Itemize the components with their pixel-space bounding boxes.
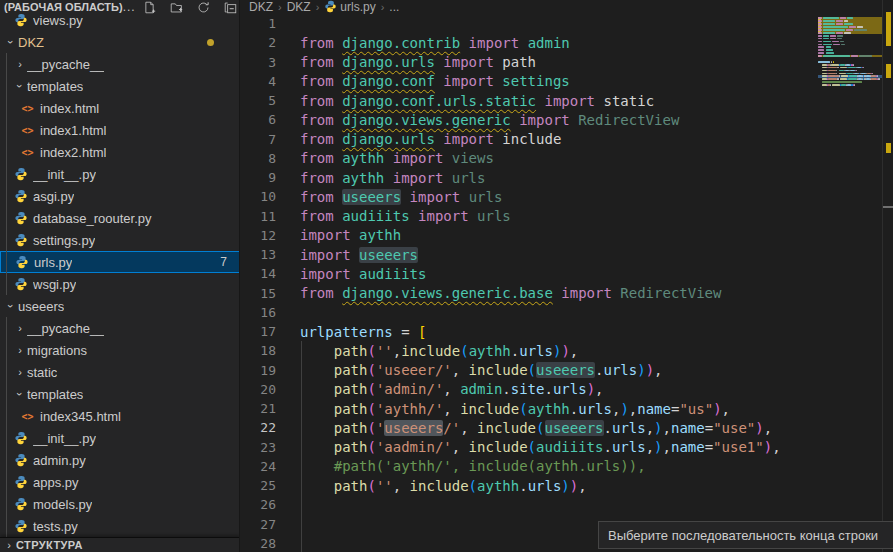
tree-item-__pycache__[interactable]: ›__pycache__ <box>0 53 240 75</box>
explorer-section-header[interactable]: (РАБОЧАЯ ОБЛАСТЬ) ... <box>0 0 240 14</box>
code-line-2[interactable]: 2from django.contrib import admin <box>241 33 881 52</box>
explorer-actions <box>142 0 239 14</box>
minimap-code-mark <box>822 84 826 86</box>
code-line-3[interactable]: 3from django.urls import path <box>241 53 881 72</box>
more-actions-icon[interactable]: ... <box>123 0 136 14</box>
code-line-24[interactable]: 24 #path('aythh/', include(aythh.urls)), <box>241 457 881 476</box>
code-line-18[interactable]: 18 path('',include(aythh.urls)), <box>241 341 881 360</box>
tree-item-templates[interactable]: ›templates <box>0 383 240 405</box>
minimap-code-mark <box>840 41 844 43</box>
minimap-code-mark <box>836 70 837 72</box>
tree-item-__init__.py[interactable]: __init__.py <box>0 163 240 185</box>
line-number: 28 <box>241 536 276 551</box>
tree-item-__init__.py[interactable]: __init__.py <box>0 427 240 449</box>
minimap-code-mark <box>849 26 855 28</box>
tree-item-settings.py[interactable]: settings.py <box>0 229 240 251</box>
tree-item-label: index2.html <box>40 145 106 160</box>
collapse-all-icon[interactable] <box>223 0 239 14</box>
tree-item-migrations[interactable]: ›migrations <box>0 339 240 361</box>
minimap-code-mark <box>822 75 826 77</box>
minimap-code-mark <box>841 44 845 46</box>
tree-item-label: admin.py <box>33 453 86 468</box>
tree-item-index1.html[interactable]: <>index1.html <box>0 119 240 141</box>
minimap-code-mark <box>823 23 835 25</box>
outline-section-header[interactable]: › СТРУКТУРА <box>0 537 240 552</box>
code-line-9[interactable]: 9from aythh import urls <box>241 168 881 187</box>
code-line-5[interactable]: 5from django.conf.urls.static import sta… <box>241 91 881 110</box>
code-line-1[interactable]: 1 <box>241 14 881 33</box>
python-file-icon <box>13 13 28 28</box>
code-line-7[interactable]: 7from django.urls import include <box>241 130 881 149</box>
python-file-icon <box>13 233 28 248</box>
code-line-6[interactable]: 6from django.views.generic import Redire… <box>241 110 881 129</box>
tree-item-__pycache__[interactable]: ›__pycache__ <box>0 317 240 339</box>
tree-item-admin.py[interactable]: admin.py <box>0 449 240 471</box>
tree-item-static[interactable]: ›static <box>0 361 240 383</box>
tree-item-models.py[interactable]: models.py <box>0 493 240 515</box>
tree-item-label: asgi.py <box>33 189 74 204</box>
code-line-26[interactable]: 26 <box>241 495 881 514</box>
new-file-icon[interactable] <box>142 0 158 14</box>
code-line-17[interactable]: 17urlpatterns = [ <box>241 322 881 341</box>
breadcrumb-item[interactable]: DKZ <box>287 0 311 14</box>
tree-item-database_roouter.py[interactable]: database_roouter.py <box>0 207 240 229</box>
code-line-12[interactable]: 12import aythh <box>241 226 881 245</box>
code-line-11[interactable]: 11from audiiits import urls <box>241 207 881 226</box>
explorer-sidebar: views.py›DKZ›__pycache__›templates<>inde… <box>0 0 240 552</box>
minimap-code-mark <box>849 75 857 77</box>
code-line-15[interactable]: 15from django.views.generic.base import … <box>241 284 881 303</box>
tree-item-apps.py[interactable]: apps.py <box>0 471 240 493</box>
minimap-code-mark <box>832 41 838 43</box>
minimap-code-mark <box>853 64 854 66</box>
tree-item-useeers[interactable]: ›useeers <box>0 295 240 317</box>
code-line-20[interactable]: 20 path('admin/', admin.site.urls), <box>241 380 881 399</box>
code-line-10[interactable]: 10from useeers import urls <box>241 187 881 206</box>
line-number: 22 <box>241 420 276 435</box>
tree-item-label: migrations <box>27 343 87 358</box>
minimap-code-mark <box>841 75 849 77</box>
tree-item-templates[interactable]: ›templates <box>0 75 240 97</box>
breadcrumb-item[interactable]: ... <box>389 0 399 14</box>
minimap-code-mark <box>831 61 832 63</box>
line-number: 12 <box>241 228 276 243</box>
code-line-4[interactable]: 4from django.conf import settings <box>241 72 881 91</box>
python-file-icon <box>13 519 28 534</box>
line-number: 19 <box>241 363 276 378</box>
code-line-21[interactable]: 21 path('aythh/', include(aythh.urls,),n… <box>241 399 881 418</box>
minimap-code-mark <box>863 67 864 69</box>
code-line-25[interactable]: 25 path('', include(aythh.urls)), <box>241 476 881 495</box>
code-area[interactable]: 12from django.contrib import admin3from … <box>241 14 893 552</box>
new-folder-icon[interactable] <box>169 0 185 14</box>
line-number: 11 <box>241 209 276 224</box>
tree-item-tests.py[interactable]: tests.py <box>0 515 240 537</box>
tree-item-asgi.py[interactable]: asgi.py <box>0 185 240 207</box>
code-line-14[interactable]: 14import audiiits <box>241 264 881 283</box>
html-file-icon: <> <box>20 101 35 116</box>
tree-item-index.html[interactable]: <>index.html <box>0 97 240 119</box>
line-number: 27 <box>241 517 276 532</box>
code-line-8[interactable]: 8from aythh import views <box>241 149 881 168</box>
code-line-22[interactable]: 22 path('useeers/', include(useeers.urls… <box>241 418 881 437</box>
minimap-code-mark <box>837 35 842 37</box>
code-line-19[interactable]: 19 path('useeer/', include(useeers.urls)… <box>241 361 881 380</box>
tree-item-index345.html[interactable]: <>index345.html <box>0 405 240 427</box>
tree-item-label: __pycache__ <box>27 321 104 336</box>
code-text: from django.conf.urls.static import stat… <box>300 93 654 109</box>
refresh-icon[interactable] <box>196 0 212 14</box>
tree-item-label: tests.py <box>33 519 78 534</box>
code-line-13[interactable]: 13import useeers <box>241 245 881 264</box>
minimap-code-mark <box>837 67 838 69</box>
tree-item-wsgi.py[interactable]: wsgi.py <box>0 273 240 295</box>
tree-item-urls.py[interactable]: urls.py7 <box>0 251 240 273</box>
breadcrumb-separator-icon: › <box>381 1 385 13</box>
breadcrumb-item[interactable]: DKZ <box>249 0 273 14</box>
tree-item-index2.html[interactable]: <>index2.html <box>0 141 240 163</box>
tree-item-DKZ[interactable]: ›DKZ <box>0 31 240 53</box>
minimap[interactable] <box>818 0 882 552</box>
code-text: from django.views.generic import Redirec… <box>300 112 679 128</box>
breadcrumb-item[interactable]: urls.py <box>324 0 375 14</box>
code-line-16[interactable]: 16 <box>241 303 881 322</box>
tree-item-label: database_roouter.py <box>33 211 152 226</box>
code-line-23[interactable]: 23 path('aadmin/', include(audiiits.urls… <box>241 438 881 457</box>
modified-dot-indicator <box>207 39 214 46</box>
